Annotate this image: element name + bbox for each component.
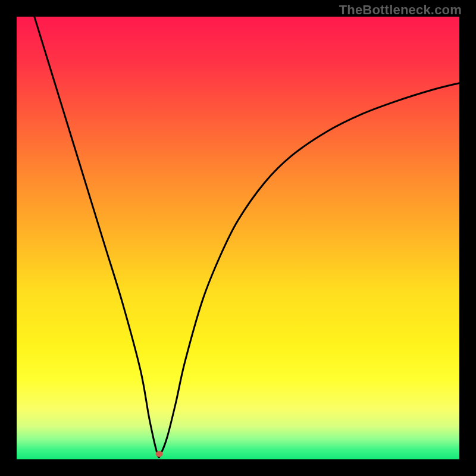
chart-svg xyxy=(17,17,459,459)
watermark-text: TheBottleneck.com xyxy=(339,2,462,18)
minimum-marker xyxy=(156,451,163,457)
gradient-background xyxy=(17,17,459,459)
chart-plot-area xyxy=(17,17,459,459)
